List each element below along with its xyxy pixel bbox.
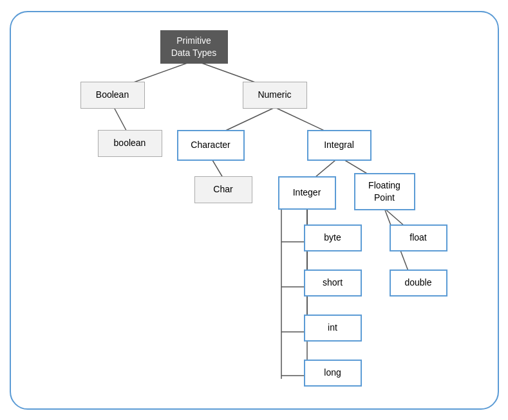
node-double: double: [390, 269, 447, 297]
node-long: long: [304, 360, 362, 387]
node-numeric: Numeric: [243, 82, 307, 109]
node-boolean-value: boolean: [98, 130, 162, 157]
node-short: short: [304, 269, 362, 297]
diagram-container: PrimitiveData Types Boolean Numeric bool…: [10, 11, 499, 410]
connector-lines: [11, 12, 498, 408]
node-int: int: [304, 315, 362, 342]
node-primitive: PrimitiveData Types: [160, 30, 228, 64]
node-integer: Integer: [278, 176, 336, 210]
node-character: Character: [177, 130, 245, 161]
node-float: float: [390, 224, 447, 251]
node-boolean-category: Boolean: [80, 82, 145, 109]
node-byte: byte: [304, 224, 362, 251]
node-floating-point: FloatingPoint: [354, 173, 415, 210]
node-integral: Integral: [307, 130, 372, 161]
node-char: Char: [194, 176, 252, 203]
